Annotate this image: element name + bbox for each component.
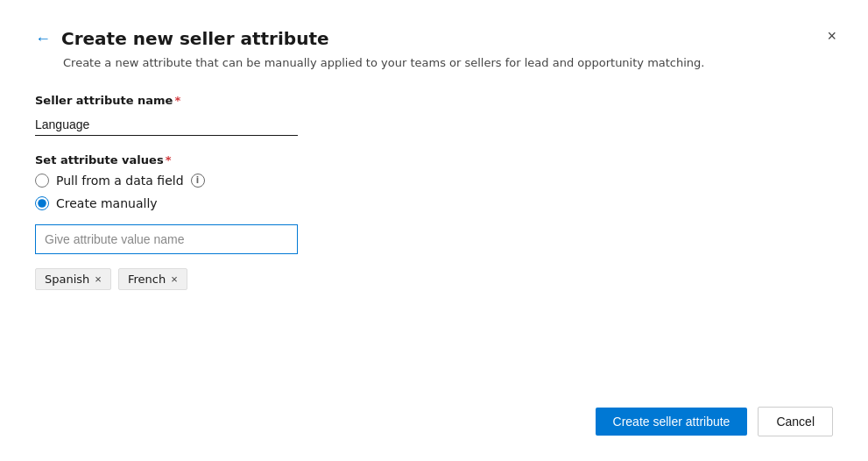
cancel-button[interactable]: Cancel [758,407,833,436]
radio-option-manual[interactable]: Create manually [35,196,833,210]
tag-spanish-label: Spanish [45,273,89,286]
info-icon[interactable]: i [191,174,205,188]
create-seller-attribute-button[interactable]: Create seller attribute [596,408,748,436]
attribute-value-input[interactable] [35,224,298,254]
set-attribute-values-label: Set attribute values* [35,153,833,167]
tag-spanish: Spanish × [35,268,111,290]
tag-french-remove[interactable]: × [171,273,178,285]
radio-pull-label: Pull from a data field [56,174,184,188]
required-star: * [174,94,180,107]
dialog-header: ← Create new seller attribute [35,28,833,49]
dialog-footer: Create seller attribute Cancel [596,407,833,436]
close-button[interactable]: × [823,25,840,47]
tag-spanish-remove[interactable]: × [95,273,102,285]
seller-attribute-name-section: Seller attribute name* [35,94,833,136]
radio-manual-label: Create manually [56,196,158,210]
tag-french-label: French [128,273,166,286]
set-attribute-values-section: Set attribute values* Pull from a data f… [35,153,833,304]
dialog-title: Create new seller attribute [61,28,329,49]
back-button[interactable]: ← [35,31,51,46]
radio-pull[interactable] [35,174,49,188]
radio-option-pull[interactable]: Pull from a data field i [35,174,833,188]
tag-french: French × [118,268,187,290]
radio-manual[interactable] [35,196,49,210]
seller-attribute-name-label: Seller attribute name* [35,94,833,107]
seller-attribute-name-input[interactable] [35,114,298,136]
tags-container: Spanish × French × [35,268,833,290]
radio-group: Pull from a data field i Create manually [35,174,833,210]
create-seller-attribute-dialog: ← Create new seller attribute × Create a… [0,0,868,461]
required-star-2: * [166,153,172,167]
dialog-subtitle: Create a new attribute that can be manua… [63,56,833,69]
